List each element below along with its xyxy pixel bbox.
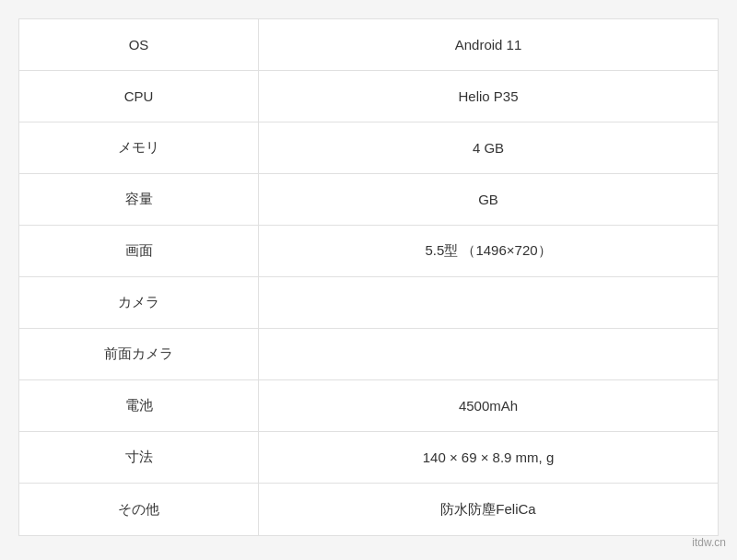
table-row: OSAndroid 11 — [19, 19, 718, 71]
spec-label: CPU — [19, 71, 259, 122]
spec-label: その他 — [19, 484, 259, 535]
table-row: カメラ — [19, 277, 718, 329]
table-row: 画面5.5型 （1496×720） — [19, 226, 718, 277]
spec-label: 寸法 — [19, 432, 259, 483]
spec-value: 4500mAh — [259, 380, 718, 431]
spec-value: Helio P35 — [259, 71, 718, 122]
table-row: 寸法140 × 69 × 8.9 mm, g — [19, 432, 718, 484]
table-row: 電池4500mAh — [19, 380, 718, 432]
spec-label: メモリ — [19, 122, 259, 173]
watermark: itdw.cn — [692, 536, 726, 549]
table-row: その他防水防塵FeliCa — [19, 484, 718, 535]
spec-table: OSAndroid 11CPUHelio P35メモリ4 GB容量GB画面5.5… — [18, 18, 719, 536]
spec-value — [259, 329, 718, 379]
spec-value: 防水防塵FeliCa — [259, 484, 718, 535]
spec-value — [259, 277, 718, 328]
spec-label: 電池 — [19, 380, 259, 431]
spec-label: カメラ — [19, 277, 259, 328]
spec-value: 5.5型 （1496×720） — [259, 226, 718, 276]
spec-value: 140 × 69 × 8.9 mm, g — [259, 432, 718, 483]
spec-value: 4 GB — [259, 122, 718, 173]
spec-value: Android 11 — [259, 19, 718, 70]
spec-label: 容量 — [19, 174, 259, 225]
table-row: 容量GB — [19, 174, 718, 226]
table-row: CPUHelio P35 — [19, 71, 718, 122]
spec-label: 前面カメラ — [19, 329, 259, 379]
spec-label: OS — [19, 19, 259, 70]
table-row: 前面カメラ — [19, 329, 718, 380]
spec-label: 画面 — [19, 226, 259, 276]
spec-value: GB — [259, 174, 718, 225]
table-row: メモリ4 GB — [19, 122, 718, 174]
